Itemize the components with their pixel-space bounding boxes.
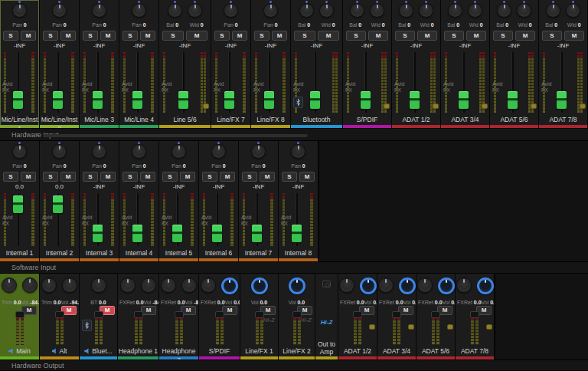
pan-knob[interactable] bbox=[263, 3, 278, 18]
fader-handle[interactable] bbox=[172, 225, 182, 242]
fader-handle[interactable] bbox=[292, 311, 302, 318]
vol-knob[interactable] bbox=[477, 277, 494, 294]
channel-strip[interactable]: Bal 0Wid 0SM-INFAvid FXBluetooth bbox=[291, 0, 343, 128]
mute-button[interactable]: M bbox=[100, 31, 116, 41]
channel-strip[interactable]: Bal 0Wid 0SM-INFAvid FXS/PDIF bbox=[343, 0, 392, 128]
trim-knob[interactable] bbox=[41, 277, 57, 293]
channel-strip[interactable]: Bal 0Wid 0SM-INFAvid FXADAT 7/8 bbox=[539, 0, 588, 128]
pan-knob[interactable] bbox=[211, 144, 226, 159]
mute-button[interactable]: M bbox=[417, 31, 437, 41]
channel-strip[interactable]: FXRet 0.0Vol 0.0MADAT 3/4 bbox=[377, 274, 416, 360]
fader-handle[interactable] bbox=[557, 91, 567, 109]
pan-knob[interactable] bbox=[12, 144, 27, 159]
mute-button[interactable]: M bbox=[100, 172, 116, 182]
pan-knob[interactable] bbox=[172, 144, 186, 159]
pan-knob[interactable] bbox=[52, 144, 67, 159]
bt-knob[interactable] bbox=[91, 277, 106, 293]
channel-strip[interactable]: Bal 0Wid 0SM-INFAvid FXADAT 3/4 bbox=[441, 0, 490, 128]
fader-track[interactable] bbox=[314, 52, 316, 113]
fader-handle[interactable] bbox=[470, 311, 479, 318]
fader-handle[interactable] bbox=[252, 225, 262, 242]
channel-strip[interactable]: Pan 0SM-INFAvid FXMic/Line 3 bbox=[80, 0, 119, 128]
mute-button[interactable]: M bbox=[21, 172, 36, 182]
fader-handle[interactable] bbox=[132, 91, 142, 109]
vol-knob[interactable] bbox=[289, 277, 305, 294]
fader-track[interactable] bbox=[256, 193, 258, 246]
solo-button[interactable]: S bbox=[242, 172, 257, 182]
fader-handle[interactable] bbox=[134, 311, 143, 318]
mute-button[interactable]: M bbox=[140, 31, 155, 41]
vol-knob[interactable] bbox=[62, 277, 77, 293]
channel-strip[interactable]: Vol 0.0MHi-ZLine/FX 1 bbox=[240, 274, 279, 360]
fader-handle[interactable] bbox=[215, 311, 224, 318]
fader-track[interactable] bbox=[364, 52, 367, 113]
fader-handle[interactable] bbox=[508, 91, 518, 109]
fader-handle[interactable] bbox=[13, 195, 23, 213]
fader-track[interactable] bbox=[136, 193, 139, 246]
fader-handle[interactable] bbox=[361, 91, 371, 109]
fader-handle[interactable] bbox=[410, 91, 420, 109]
fader-handle[interactable] bbox=[392, 311, 401, 318]
bal-knob[interactable] bbox=[350, 3, 364, 18]
scroll-left-icon[interactable]: ‹ bbox=[36, 130, 39, 139]
solo-button[interactable]: S bbox=[493, 31, 513, 41]
channel-strip[interactable]: FXRet 0.0Vol -84.0MHeadphone 2 bbox=[159, 274, 199, 360]
solo-button[interactable]: S bbox=[162, 172, 178, 182]
channel-strip[interactable]: FXRet 0.0Vol 0.0MADAT 5/6 bbox=[416, 274, 456, 360]
channel-strip[interactable]: Pan 0SM-INFAvid FXInternal 5 bbox=[159, 141, 199, 261]
fader-track[interactable] bbox=[17, 52, 19, 113]
mute-button[interactable]: M bbox=[299, 172, 315, 182]
mute-button[interactable]: M bbox=[368, 31, 388, 41]
bal-knob[interactable] bbox=[497, 3, 511, 18]
fader-handle[interactable] bbox=[94, 311, 103, 318]
fader-handle[interactable] bbox=[255, 311, 264, 318]
channel-strip[interactable]: Pan 0SM-INFAvid FXMic/Line/Inst 2 bbox=[40, 0, 80, 128]
fxret-knob[interactable] bbox=[339, 277, 354, 293]
fader-handle[interactable] bbox=[15, 311, 24, 318]
mute-button[interactable]: M bbox=[564, 31, 584, 41]
fader-handle[interactable] bbox=[13, 91, 23, 109]
mute-button[interactable]: M bbox=[232, 31, 247, 41]
pan-knob[interactable] bbox=[251, 144, 266, 159]
fxret-knob[interactable] bbox=[161, 277, 176, 293]
mute-button[interactable]: M bbox=[220, 172, 235, 182]
fader-track[interactable] bbox=[413, 52, 416, 113]
bal-knob[interactable] bbox=[168, 3, 182, 18]
mute-button[interactable]: M bbox=[141, 306, 156, 315]
fader-handle[interactable] bbox=[212, 225, 222, 242]
channel-strip[interactable]: Bal 0Wid 0SM-INFAvid FXADAT 5/6 bbox=[490, 0, 539, 128]
channel-strip[interactable]: Pan 0SM-INFAvid FXLine/FX 7 bbox=[211, 0, 251, 128]
channel-strip[interactable]: FXRet 0.0Vol 0.0MADAT 7/8 bbox=[456, 274, 495, 360]
mute-button[interactable]: M bbox=[466, 31, 486, 41]
wid-knob[interactable] bbox=[419, 3, 433, 18]
channel-strip[interactable]: Pan 0SM-INFAvid FXMic/Line/Inst 1 bbox=[0, 0, 40, 128]
fader-handle[interactable] bbox=[132, 225, 142, 242]
mute-button[interactable]: M bbox=[186, 31, 207, 41]
trim-knob[interactable] bbox=[2, 277, 17, 293]
channel-strip[interactable]: FXRet 0.0Vol 0.0MS/PDIF bbox=[199, 274, 240, 360]
fader-track[interactable] bbox=[182, 52, 185, 113]
channel-strip[interactable]: Bal 0Wid 0SM-INFAvid FXLine 5/6 bbox=[159, 0, 211, 128]
fader-handle[interactable] bbox=[175, 311, 184, 318]
solo-button[interactable]: S bbox=[202, 172, 217, 182]
wid-knob[interactable] bbox=[319, 3, 334, 18]
channel-strip[interactable]: Pan 0SM-INFAvid FXInternal 3 bbox=[80, 141, 119, 261]
mute-button[interactable]: M bbox=[318, 31, 339, 41]
fader-handle[interactable] bbox=[459, 91, 469, 109]
solo-button[interactable]: S bbox=[346, 31, 366, 41]
pan-knob[interactable] bbox=[92, 144, 106, 159]
fxret-knob[interactable] bbox=[201, 277, 216, 293]
fader-track[interactable] bbox=[511, 52, 514, 113]
vol-knob[interactable] bbox=[251, 277, 268, 294]
solo-button[interactable]: S bbox=[83, 172, 98, 182]
pan-knob[interactable] bbox=[92, 3, 106, 18]
fader-track[interactable] bbox=[560, 52, 563, 113]
vol-knob[interactable] bbox=[141, 277, 156, 293]
channel-strip[interactable]: Pan 0SM-INFAvid FXInternal 4 bbox=[119, 141, 159, 261]
solo-button[interactable]: S bbox=[254, 31, 270, 41]
pan-knob[interactable] bbox=[132, 144, 146, 159]
mute-button[interactable]: M bbox=[272, 31, 287, 41]
channel-strip[interactable]: Pan 0SM-INFAvid FXLine/FX 8 bbox=[251, 0, 291, 128]
fader-handle[interactable] bbox=[178, 91, 188, 109]
solo-button[interactable]: S bbox=[122, 31, 138, 41]
